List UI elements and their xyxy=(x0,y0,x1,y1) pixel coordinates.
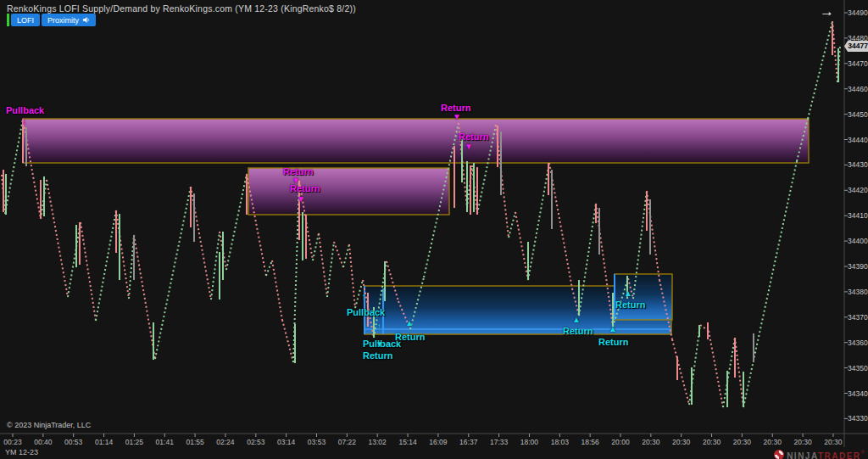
price-tick-label: 34400 xyxy=(848,237,868,245)
time-tick-label: 15:14 xyxy=(398,438,416,446)
time-tick-label: 01:55 xyxy=(186,438,203,446)
last-price-badge: 34477 xyxy=(844,41,868,52)
price-tick-label: 34350 xyxy=(848,364,868,372)
scroll-to-end-arrow-icon[interactable]: → xyxy=(820,3,834,20)
price-tick-label: 34420 xyxy=(848,186,868,194)
price-tick-label: 34460 xyxy=(848,85,868,93)
ninjatrader-logo-icon xyxy=(774,450,784,459)
time-tick-label: 17:33 xyxy=(490,438,508,446)
time-tick-label: 20:30 xyxy=(703,438,721,446)
time-tick-label: 20:30 xyxy=(764,438,782,446)
time-tick-label: 18:56 xyxy=(581,438,599,446)
time-tick-label: 16:37 xyxy=(459,438,477,446)
time-tick-label: 20:30 xyxy=(733,438,751,446)
price-tick-label: 34470 xyxy=(848,59,868,68)
time-tick-label: 01:41 xyxy=(156,438,174,446)
time-tick-label: 20:30 xyxy=(672,438,690,446)
time-tick-label: 00:53 xyxy=(64,438,82,446)
time-tick-label: 03:53 xyxy=(308,438,326,446)
time-tick-label: 02:53 xyxy=(247,438,264,446)
time-tick-label: 01:14 xyxy=(95,438,113,446)
supply-zone-2 xyxy=(248,168,449,215)
price-tick-label: 34360 xyxy=(848,339,868,347)
time-tick-label: 01:25 xyxy=(125,438,143,446)
instrument-label: YM 12-23 xyxy=(5,448,38,456)
ninjatrader-chart-window: RenkoKings LOFI Supply/Demand by RenkoKi… xyxy=(0,0,868,459)
price-tick-label: 34330 xyxy=(848,414,868,423)
logo-reg-mark: ® xyxy=(861,450,865,455)
price-tick-label: 34380 xyxy=(848,288,868,296)
time-tick-label: 18:03 xyxy=(551,438,569,446)
price-tick-label: 34370 xyxy=(848,313,868,322)
logo-text-trader: TRADER xyxy=(818,451,861,459)
time-tick-label: 03:14 xyxy=(277,438,295,446)
price-tick-label: 34490 xyxy=(848,8,868,17)
price-tick-label: 34440 xyxy=(848,136,868,144)
copyright-text: © 2023 NinjaTrader, LLC xyxy=(7,421,91,429)
price-tick-label: 34410 xyxy=(848,211,868,220)
time-tick-label: 20:30 xyxy=(793,438,811,446)
price-tick-label: 34340 xyxy=(848,389,868,398)
time-tick-label: 07:22 xyxy=(338,438,356,446)
price-tick-label: 34430 xyxy=(848,160,868,169)
time-tick-label: 02:24 xyxy=(216,438,234,446)
chart-canvas[interactable] xyxy=(0,0,868,459)
price-tick-label: 34450 xyxy=(848,110,868,119)
time-tick-label: 16:09 xyxy=(429,438,447,446)
time-tick-label: 20:30 xyxy=(824,438,842,446)
time-tick-label: 00:40 xyxy=(34,438,52,446)
time-tick-label: 18:00 xyxy=(520,438,538,446)
logo-text-ninja: NINJA xyxy=(787,451,818,459)
time-tick-label: 13:02 xyxy=(369,438,387,446)
time-tick-label: 20:30 xyxy=(642,438,659,446)
time-tick-label: 20:00 xyxy=(611,438,629,446)
time-tick-label: 00:23 xyxy=(3,438,21,446)
price-tick-label: 34390 xyxy=(848,262,868,271)
ninjatrader-logo: NINJATRADER® xyxy=(774,447,865,459)
supply-zone-1 xyxy=(23,119,809,163)
